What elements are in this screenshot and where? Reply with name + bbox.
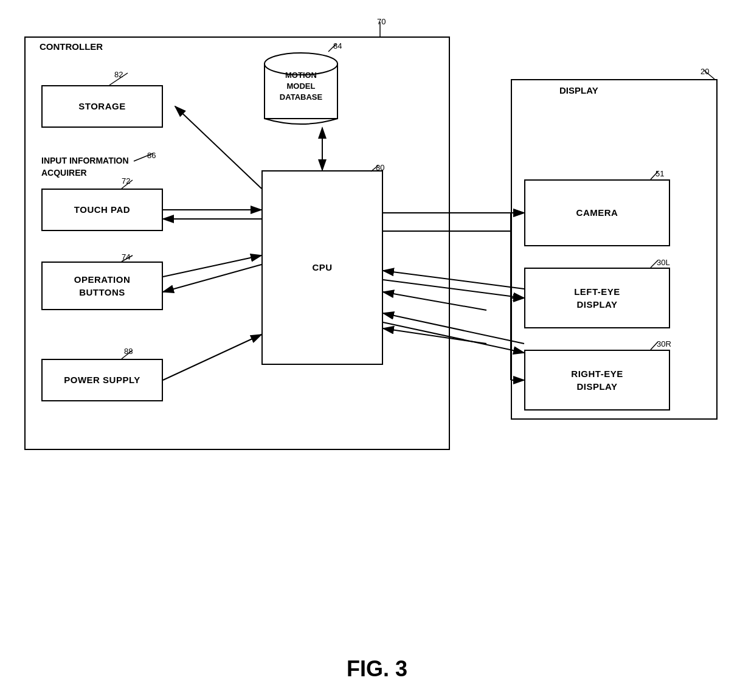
camera-box: CAMERA [524,179,670,246]
ref-88: 88 [124,347,133,356]
right-eye-box: RIGHT-EYEDISPLAY [524,350,670,411]
camera-label: CAMERA [576,207,618,219]
ref-70: 70 [377,17,386,26]
power-supply-label: POWER SUPPLY [64,374,140,386]
motion-db-container: MOTIONMODELDATABASE [261,49,341,130]
figure-label: FIG. 3 [0,656,754,682]
ref-80: 80 [376,163,384,172]
ref-20: 20 [700,67,709,76]
left-eye-label: LEFT-EYEDISPLAY [574,285,620,311]
ref-84: 84 [333,41,342,50]
op-buttons-label: OPERATIONBUTTONS [74,273,131,299]
input-info-label: INPUT INFORMATIONACQUIRER [41,155,129,179]
controller-label: CONTROLLER [40,41,103,52]
power-supply-box: POWER SUPPLY [41,359,163,401]
ref-82: 82 [114,70,123,79]
ref-74: 74 [122,252,130,262]
touchpad-label: TOUCH PAD [74,204,130,216]
ref-86: 86 [147,151,156,160]
display-label: DISPLAY [559,85,598,95]
storage-box: STORAGE [41,85,163,128]
diagram: CONTROLLER 70 DISPLAY 20 STORAGE 82 INPU… [0,0,754,639]
ref-30R: 30R [657,339,671,348]
cpu-label: CPU [312,262,332,274]
storage-label: STORAGE [78,100,125,113]
op-buttons-box: OPERATIONBUTTONS [41,262,163,310]
ref-72: 72 [122,176,130,185]
ref-51: 51 [655,169,664,178]
cpu-box: CPU [261,170,383,365]
ref-30L: 30L [657,258,670,267]
touchpad-box: TOUCH PAD [41,189,163,231]
right-eye-label: RIGHT-EYEDISPLAY [571,367,623,393]
motion-db-label: MOTIONMODELDATABASE [261,70,341,103]
left-eye-box: LEFT-EYEDISPLAY [524,268,670,328]
